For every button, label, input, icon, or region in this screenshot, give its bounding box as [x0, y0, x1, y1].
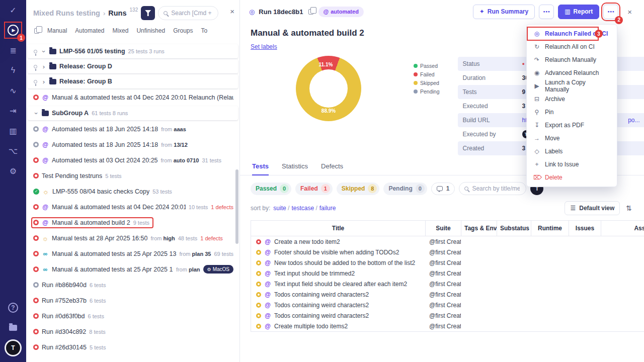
activity-icon[interactable]: ∿ — [0, 80, 26, 101]
run-row[interactable]: Run #752eb37b 6 tests — [26, 293, 239, 308]
menu-item-relaunch-manually[interactable]: ↷ Relaunch Manually — [527, 53, 617, 66]
chevron-icon[interactable]: › — [41, 63, 46, 70]
report-button[interactable]: ▥Report — [558, 5, 599, 19]
run-row[interactable]: › Release: Group B — [28, 74, 238, 88]
close-run-button[interactable]: × — [624, 7, 635, 17]
test-row[interactable]: Footer should be visible when adding TOD… — [251, 247, 644, 257]
chevron-icon[interactable]: › — [41, 78, 46, 85]
sort-link[interactable]: suite — [273, 205, 289, 212]
scrollbar-thumb[interactable] — [235, 169, 238, 244]
run-row[interactable]: Manual & automated tests at 04 Dec 2024 … — [26, 199, 239, 215]
view-selector[interactable]: ☰ Default view — [565, 201, 620, 215]
run-row[interactable]: Run #b86b940d 6 tests — [26, 277, 239, 293]
run-row[interactable]: Run #d304c892 8 tests — [26, 324, 239, 339]
check-icon[interactable]: ✓ — [0, 0, 26, 20]
menu-item-archive[interactable]: ⊟ Archive — [527, 93, 617, 106]
run-row[interactable]: › LMP-556 01/05 testing 25 tests 3 runs — [28, 44, 238, 58]
run-summary-button[interactable]: ✦Run Summary — [473, 5, 535, 19]
detail-tab[interactable]: Tests — [252, 162, 269, 175]
filter-button[interactable] — [141, 6, 155, 20]
help-icon[interactable]: ? — [0, 298, 26, 318]
sort-link[interactable]: failure — [319, 205, 336, 212]
branch-icon[interactable]: ⌥ — [0, 141, 26, 161]
test-row[interactable]: Todos containing weird characters2 @firs… — [251, 289, 644, 300]
run-row[interactable]: Test Pending testruns 5 tests — [26, 168, 239, 184]
test-row[interactable]: Create multiple todo items2 @first Creat… — [251, 321, 644, 331]
menu-item-relaunch-failed-ci[interactable]: ◎ Relaunch Failed on CI 3 — [527, 27, 617, 40]
run-meta: 6 tests — [90, 298, 106, 304]
import-icon[interactable]: ⇥ — [0, 101, 26, 121]
runs-search[interactable] — [158, 6, 218, 20]
run-row[interactable]: Automated tests at 03 Oct 2024 20:25 fro… — [26, 152, 239, 168]
run-row[interactable]: › Release: Group D — [28, 59, 238, 73]
runs-play-icon[interactable]: ▶ 1 — [0, 20, 26, 40]
run-row[interactable]: Manual & automated tests at 04 Dec 2024 … — [26, 89, 239, 105]
menu-item-labels[interactable]: ◇ Labels — [527, 145, 617, 158]
status-filter-pill[interactable]: Pending 0 — [383, 183, 427, 195]
column-header[interactable]: Tags & Envs — [461, 221, 497, 236]
run-row[interactable]: Manual & automated tests at 25 Apr 2025 … — [26, 261, 239, 277]
projects-folder-icon[interactable] — [0, 318, 26, 338]
test-row[interactable]: Create a new todo item2 @first Create ..… — [251, 236, 644, 247]
column-header[interactable]: Title — [251, 221, 425, 236]
analytics-icon[interactable]: ▥ — [0, 121, 26, 141]
status-filter-pill[interactable]: Passed 0 — [251, 183, 291, 195]
runs-filter-tab[interactable]: Groups — [173, 27, 193, 34]
menu-item-relaunch-all-ci[interactable]: ↻ Relaunch All on CI — [527, 40, 617, 53]
run-row[interactable]: Manual & automated tests at 25 Apr 2025 … — [26, 246, 239, 261]
comments-filter-pill[interactable]: 1 — [431, 183, 455, 195]
run-row[interactable]: Automated tests at 18 Jun 2025 14:18 fro… — [26, 121, 239, 137]
menu-item-delete[interactable]: ⌦ Delete — [527, 171, 617, 184]
bolt-icon[interactable]: ϟ — [0, 60, 26, 80]
settings-gear-icon[interactable]: ⚙ — [0, 161, 26, 181]
chevron-icon[interactable]: › — [33, 111, 40, 116]
runs-filter-tab[interactable]: Automated — [75, 27, 104, 34]
run-row[interactable]: Automated tests at 18 Jun 2025 14:18 fro… — [26, 137, 239, 152]
menu-item-export-pdf[interactable]: ↧ Export as PDF — [527, 119, 617, 132]
test-row[interactable]: Text input should be trimmed2 @first Cre… — [251, 268, 644, 279]
menu-item-pin[interactable]: ⚲ Pin — [527, 106, 617, 119]
column-header[interactable]: Issues — [569, 221, 601, 236]
run-row[interactable]: Manual tests at 28 Apr 2025 16:50 from h… — [26, 230, 239, 246]
set-labels-link[interactable]: Set labels — [251, 43, 277, 50]
tests-search-input[interactable] — [471, 185, 521, 193]
panel-close-button[interactable]: × — [229, 6, 235, 17]
menu-item-advanced-relaunch[interactable]: ◉ Advanced Relaunch — [527, 66, 617, 79]
test-row[interactable]: Todos containing weird characters2 @firs… — [251, 300, 644, 310]
column-header[interactable]: Suite — [425, 221, 461, 236]
column-header[interactable]: Substatus — [497, 221, 531, 236]
summary-more-button[interactable]: ⋯ — [539, 5, 554, 19]
test-list-icon[interactable]: ≣ — [0, 40, 26, 60]
status-filter-pill[interactable]: Skipped 8 — [337, 183, 380, 195]
sort-direction-icon[interactable]: ⇅ — [626, 204, 632, 212]
menu-item-label: Advanced Relaunch — [545, 69, 599, 76]
sort-link[interactable]: testcase — [291, 205, 317, 212]
run-row[interactable]: Run #26d30145 5 tests — [26, 339, 239, 352]
menu-item-launch-copy[interactable]: ▶ Launch a Copy Manually — [527, 79, 617, 93]
column-header[interactable]: Runtime — [531, 221, 569, 236]
tests-search[interactable] — [459, 182, 526, 195]
runs-search-input[interactable] — [170, 9, 213, 17]
detail-tab[interactable]: Statistics — [282, 162, 308, 175]
runs-filter-tab[interactable]: Mixed — [112, 27, 128, 34]
test-row[interactable]: New todos should be added to the bottom … — [251, 257, 644, 268]
run-row[interactable]: LMP-555 08/04 basic checks Copy 53 tests — [26, 184, 239, 199]
chevron-icon[interactable]: › — [40, 49, 48, 54]
runs-filter-tab[interactable]: To — [201, 27, 207, 34]
run-row[interactable]: Run #0d63f0bd 6 tests — [26, 308, 239, 324]
breadcrumb-project[interactable]: Mixed Runs testing — [33, 9, 100, 17]
run-row[interactable]: Manual & automated build 2 9 tests — [26, 215, 239, 230]
user-avatar[interactable]: T — [0, 338, 26, 358]
menu-item-link-to-issue[interactable]: + Link to Issue — [527, 158, 617, 171]
test-row[interactable]: Text input field should be cleared after… — [251, 279, 644, 289]
breadcrumb-separator: › — [103, 10, 105, 17]
status-filter-pill[interactable]: Failed 1 — [295, 183, 333, 195]
test-row[interactable]: Todos containing weird characters2 @firs… — [251, 310, 644, 321]
runs-filter-tab[interactable]: Unfinished — [136, 27, 165, 34]
run-row[interactable]: › SubGroup A 61 tests 8 runs — [28, 106, 238, 120]
menu-item-move[interactable]: → Move — [527, 132, 617, 145]
column-header[interactable]: Assigned To — [601, 221, 644, 236]
copy-icon[interactable] — [307, 8, 314, 16]
runs-filter-tab[interactable]: Manual — [47, 27, 67, 34]
detail-tab[interactable]: Defects — [321, 162, 343, 175]
